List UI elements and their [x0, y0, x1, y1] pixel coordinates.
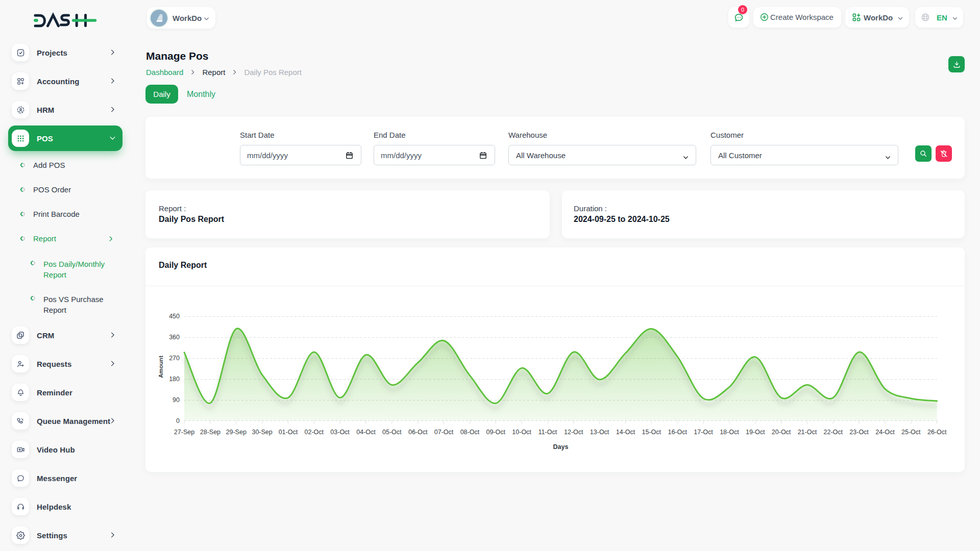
svg-text:18-Oct: 18-Oct: [720, 429, 739, 436]
svg-text:03-Oct: 03-Oct: [330, 429, 350, 436]
svg-text:30-Sep: 30-Sep: [252, 429, 272, 436]
svg-text:06-Oct: 06-Oct: [408, 429, 428, 436]
svg-text:23-Oct: 23-Oct: [849, 429, 869, 436]
svg-text:24-Oct: 24-Oct: [875, 429, 895, 436]
svg-text:12-Oct: 12-Oct: [564, 429, 583, 436]
svg-text:27-Sep: 27-Sep: [174, 429, 194, 436]
svg-text:13-Oct: 13-Oct: [590, 429, 609, 436]
svg-text:10-Oct: 10-Oct: [512, 429, 531, 436]
svg-text:05-Oct: 05-Oct: [382, 429, 402, 436]
svg-text:450: 450: [169, 313, 180, 320]
svg-text:180: 180: [169, 375, 180, 383]
svg-text:04-Oct: 04-Oct: [356, 429, 376, 436]
svg-text:360: 360: [169, 334, 180, 341]
svg-text:11-Oct: 11-Oct: [538, 429, 557, 436]
svg-text:20-Oct: 20-Oct: [772, 429, 791, 436]
svg-text:29-Sep: 29-Sep: [226, 429, 247, 436]
svg-text:Days: Days: [553, 443, 569, 450]
svg-text:90: 90: [173, 396, 180, 404]
svg-text:25-Oct: 25-Oct: [901, 429, 921, 436]
svg-text:17-Oct: 17-Oct: [694, 429, 713, 436]
svg-text:01-Oct: 01-Oct: [279, 429, 298, 436]
svg-text:16-Oct: 16-Oct: [668, 429, 687, 436]
svg-text:Amount: Amount: [158, 356, 164, 378]
svg-text:19-Oct: 19-Oct: [746, 429, 765, 436]
svg-text:07-Oct: 07-Oct: [434, 429, 454, 436]
svg-text:14-Oct: 14-Oct: [616, 429, 635, 436]
svg-text:28-Sep: 28-Sep: [200, 429, 220, 436]
svg-text:15-Oct: 15-Oct: [642, 429, 662, 436]
svg-text:22-Oct: 22-Oct: [824, 429, 843, 436]
svg-text:09-Oct: 09-Oct: [486, 429, 505, 436]
svg-text:0: 0: [176, 417, 180, 424]
svg-text:02-Oct: 02-Oct: [305, 429, 324, 436]
svg-text:21-Oct: 21-Oct: [798, 429, 817, 436]
svg-text:26-Oct: 26-Oct: [927, 429, 947, 436]
svg-text:08-Oct: 08-Oct: [460, 429, 480, 436]
svg-text:270: 270: [169, 355, 180, 362]
